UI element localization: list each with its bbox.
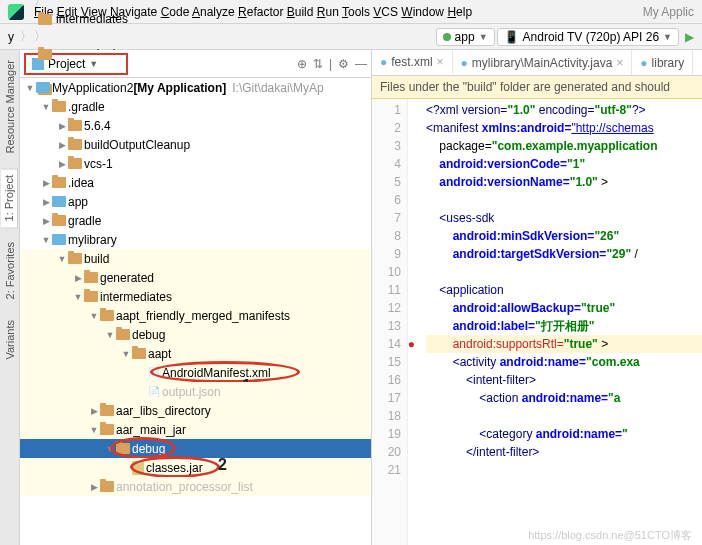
fld-icon [116,329,130,340]
panel-tool[interactable]: ⇅ [313,57,323,71]
editor-tab[interactable]: ●library [632,50,693,75]
expand-arrow-icon[interactable] [88,311,100,321]
fld-icon [100,310,114,321]
app-logo [8,4,24,20]
menu-tools[interactable]: Tools [342,5,370,19]
menu-code[interactable]: Code [161,5,190,19]
fld-icon [52,177,66,188]
fld-icon [132,348,146,359]
expand-arrow-icon[interactable] [72,292,84,302]
menu-refactor[interactable]: Refactor [238,5,283,19]
tool-tab[interactable]: Resource Manager [2,54,18,160]
fld-icon [100,405,114,416]
fld-icon [52,215,66,226]
tree-node[interactable]: aapt_friendly_merged_manifests [20,306,371,325]
project-panel-header: Project ▼ ⊕⇅|⚙— [20,50,371,78]
expand-arrow-icon[interactable] [24,83,36,93]
expand-arrow-icon[interactable] [56,140,68,150]
fld-icon [100,424,114,435]
tree-node[interactable]: 📄AndroidManifest.xml [20,363,371,382]
mod-icon [52,234,66,245]
panel-tool[interactable]: — [355,57,367,71]
code-editor[interactable]: <?xml version="1.0" encoding="utf-8"?><m… [408,99,702,545]
run-config-selector[interactable]: app▼ [436,28,495,46]
expand-arrow-icon[interactable] [40,178,52,188]
editor-area: ●fest.xml×●mylibrary\MainActivity.java×●… [372,50,702,545]
tree-node[interactable]: intermediates [20,287,371,306]
expand-arrow-icon[interactable] [72,273,84,283]
window-title: My Applic [643,5,694,19]
tree-node[interactable]: app [20,192,371,211]
tree-node[interactable]: gradle [20,211,371,230]
fld-icon [68,158,82,169]
tree-node[interactable]: debug [20,439,371,458]
panel-tool[interactable]: ⊕ [297,57,307,71]
editor-tab[interactable]: ●mylibrary\MainActivity.java× [453,50,633,75]
menu-help[interactable]: Help [447,5,472,19]
close-icon[interactable]: × [437,55,444,69]
tree-node[interactable]: classes.jar [20,458,371,477]
menu-run[interactable]: Run [317,5,339,19]
panel-tool[interactable]: | [329,57,332,71]
fld-icon [84,272,98,283]
fld-icon [84,291,98,302]
mod-icon [36,82,50,93]
expand-arrow-icon[interactable] [40,235,52,245]
file-icon: 📄 [148,386,160,397]
project-panel: Project ▼ ⊕⇅|⚙— MyApplication2 [My Appli… [20,50,372,545]
expand-arrow-icon[interactable] [40,197,52,207]
fld-icon [68,139,82,150]
device-selector[interactable]: 📱Android TV (720p) API 26▼ [497,28,679,46]
tool-tab[interactable]: Variants [2,314,18,366]
tree-node[interactable]: .idea [20,173,371,192]
tree-node[interactable]: 📄output.json [20,382,371,401]
expand-arrow-icon[interactable] [56,254,68,264]
tree-node[interactable]: MyApplication2 [My Application] I:\Git\d… [20,78,371,97]
run-button[interactable]: ▶ [681,30,698,44]
menu-analyze[interactable]: Analyze [192,5,235,19]
tree-node[interactable]: 5.6.4 [20,116,371,135]
breadcrumb-root[interactable]: y [4,28,18,46]
tool-tab[interactable]: 2: Favorites [2,236,18,305]
expand-arrow-icon[interactable] [88,425,100,435]
close-icon[interactable]: × [616,56,623,70]
tree-node[interactable]: annotation_processor_list [20,477,371,496]
project-tree[interactable]: MyApplication2 [My Application] I:\Git\d… [20,78,371,545]
expand-arrow-icon[interactable] [40,102,52,112]
tree-node[interactable]: debug [20,325,371,344]
fld-icon [52,101,66,112]
panel-tool[interactable]: ⚙ [338,57,349,71]
fld-icon [116,443,130,454]
tree-node[interactable]: .gradle [20,97,371,116]
line-gutter[interactable]: 123456789101112131415161718192021 [372,99,408,545]
expand-arrow-icon[interactable] [56,159,68,169]
tree-node[interactable]: vcs-1 [20,154,371,173]
expand-arrow-icon[interactable] [104,444,116,454]
expand-arrow-icon[interactable] [56,121,68,131]
tree-node[interactable]: generated [20,268,371,287]
editor-tab[interactable]: ●fest.xml× [372,50,453,75]
menu-window[interactable]: Window [401,5,444,19]
tool-tab[interactable]: 1: Project [1,168,18,228]
tree-node[interactable]: aapt [20,344,371,363]
watermark: https://blog.csdn.ne@51CTO博客 [528,528,692,543]
expand-arrow-icon[interactable] [88,482,100,492]
tree-node[interactable]: mylibrary [20,230,371,249]
expand-arrow-icon[interactable] [104,330,116,340]
expand-arrow-icon[interactable] [40,216,52,226]
menu-vcs[interactable]: VCS [373,5,398,19]
tree-node[interactable]: build [20,249,371,268]
tree-node[interactable]: aar_libs_directory [20,401,371,420]
expand-arrow-icon[interactable] [88,406,100,416]
expand-arrow-icon[interactable] [120,349,132,359]
mod-icon [52,196,66,207]
breadcrumb-seg[interactable]: intermediates [34,10,132,28]
fld-icon [100,481,114,492]
fld-icon [68,120,82,131]
fld-icon [68,253,82,264]
tree-node[interactable]: aar_main_jar [20,420,371,439]
breadcrumb-bar: y〉 build〉intermediates〉aar_main_jar〉debu… [0,24,702,50]
jar-icon [132,461,144,475]
tree-node[interactable]: buildOutputCleanup [20,135,371,154]
menu-build[interactable]: Build [287,5,314,19]
